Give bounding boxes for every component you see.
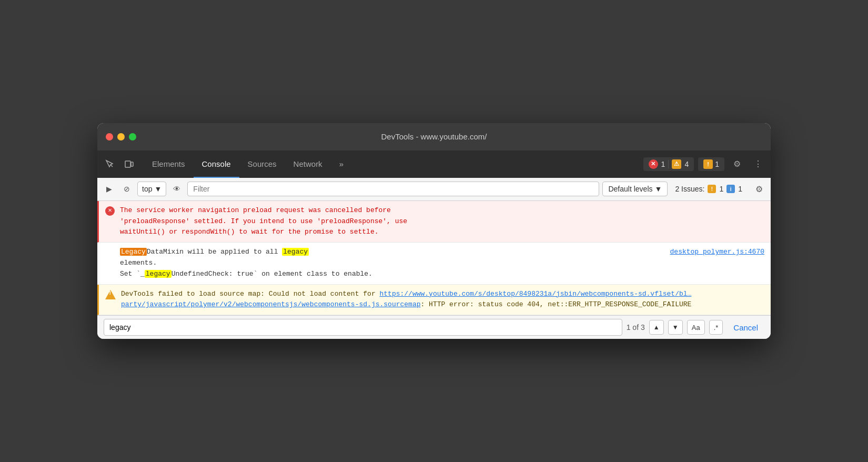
source-link-polymer[interactable]: desktop_polymer.js:4670	[670, 247, 764, 258]
svg-rect-1	[131, 162, 133, 166]
error-count: 1	[661, 160, 665, 168]
maximize-button[interactable]	[129, 133, 136, 140]
console-content: ✕ The service worker navigation preload …	[97, 201, 771, 315]
regex-button[interactable]: .*	[709, 320, 723, 335]
error-row-icon: ✕	[105, 206, 115, 216]
console-settings-icon[interactable]: ⚙	[752, 182, 766, 196]
cancel-label: Cancel	[733, 323, 758, 332]
levels-dropdown-icon: ▼	[655, 185, 662, 193]
legacy-highlight-orange: Legacy	[120, 248, 147, 256]
warning-count: 4	[684, 160, 689, 168]
context-selector[interactable]: top ▼	[137, 182, 166, 196]
tab-console[interactable]: Console	[194, 150, 239, 178]
info-message-text: LegacyDataMixin will be applied to all l…	[120, 247, 764, 279]
tab-more[interactable]: »	[331, 150, 352, 178]
titlebar: DevTools - www.youtube.com/	[97, 123, 771, 150]
console-info-row: LegacyDataMixin will be applied to all l…	[97, 243, 771, 284]
minimize-button[interactable]	[117, 133, 125, 140]
close-button[interactable]	[106, 133, 113, 140]
issue-warning-icon: !	[703, 159, 713, 169]
more-options-icon[interactable]: ⋮	[750, 156, 766, 173]
svg-rect-0	[125, 161, 130, 167]
source-map-link[interactable]: https://www.youtube.com/s/desktop/849823…	[121, 290, 691, 309]
default-levels-label: Default levels	[608, 185, 652, 193]
default-levels-button[interactable]: Default levels ▼	[602, 182, 668, 196]
filter-input[interactable]	[187, 182, 599, 196]
tab-network[interactable]: Network	[285, 150, 331, 178]
inline-warning-icon: !	[708, 185, 716, 193]
issues-count-group: 2 Issues: ! 1 i 1	[671, 184, 746, 194]
search-input[interactable]	[104, 319, 622, 336]
warning-triangle-icon	[105, 290, 116, 299]
context-dropdown-icon: ▼	[154, 185, 162, 193]
inspect-element-icon[interactable]	[102, 156, 118, 173]
settings-icon[interactable]: ⚙	[729, 156, 745, 173]
search-result-count: 1 of 3	[627, 323, 645, 332]
issue-badge[interactable]: ! 1	[698, 157, 724, 171]
window-title: DevTools - www.youtube.com/	[381, 132, 487, 141]
legacy-highlight-yellow-2: legacy	[145, 270, 171, 278]
console-error-row: ✕ The service worker navigation preload …	[97, 201, 771, 243]
search-bar: 1 of 3 ▲ ▼ Aa .* Cancel	[97, 315, 771, 339]
tab-elements[interactable]: Elements	[144, 150, 194, 178]
warning-badge-icon: ⚠	[672, 159, 681, 169]
warning-row-icon	[105, 290, 116, 299]
tabs-bar: Elements Console Sources Network » ✕ 1 ⚠…	[97, 150, 771, 178]
issues-warning-count: 1	[719, 185, 723, 193]
case-sensitive-label: Aa	[692, 324, 700, 332]
badge-separator	[668, 160, 669, 168]
inline-info-icon: i	[726, 185, 735, 193]
search-prev-button[interactable]: ▲	[649, 320, 664, 335]
legacy-highlight-yellow-1: legacy	[282, 248, 309, 256]
tab-icon-group	[102, 156, 137, 173]
console-warning-row: DevTools failed to load source map: Coul…	[97, 285, 771, 316]
eye-icon-button[interactable]: 👁	[169, 182, 184, 196]
issue-count: 1	[715, 160, 719, 168]
tab-sources[interactable]: Sources	[239, 150, 285, 178]
run-script-button[interactable]: ▶	[102, 182, 116, 196]
context-label: top	[142, 185, 152, 193]
issues-label: 2 Issues:	[675, 185, 704, 193]
tabs-right-group: ✕ 1 ⚠ 4 ! 1 ⚙ ⋮	[643, 156, 766, 173]
devtools-window: DevTools - www.youtube.com/ Elements Con…	[97, 123, 771, 339]
error-circle-icon: ✕	[105, 206, 115, 216]
device-toolbar-icon[interactable]	[120, 156, 137, 173]
search-cancel-button[interactable]: Cancel	[727, 320, 764, 335]
console-toolbar: ▶ ⊘ top ▼ 👁 Default levels ▼ 2 Issues: !…	[97, 178, 771, 201]
error-badge-icon: ✕	[649, 159, 658, 169]
warning-message-text: DevTools failed to load source map: Coul…	[121, 289, 764, 311]
search-next-button[interactable]: ▼	[668, 320, 683, 335]
issues-info-count: 1	[738, 185, 742, 193]
error-warning-badges[interactable]: ✕ 1 ⚠ 4	[643, 157, 694, 171]
error-message-text: The service worker navigation preload re…	[120, 205, 764, 238]
regex-label: .*	[714, 324, 719, 332]
case-sensitive-button[interactable]: Aa	[687, 320, 705, 335]
traffic-lights	[106, 133, 136, 140]
clear-console-button[interactable]: ⊘	[119, 182, 134, 196]
